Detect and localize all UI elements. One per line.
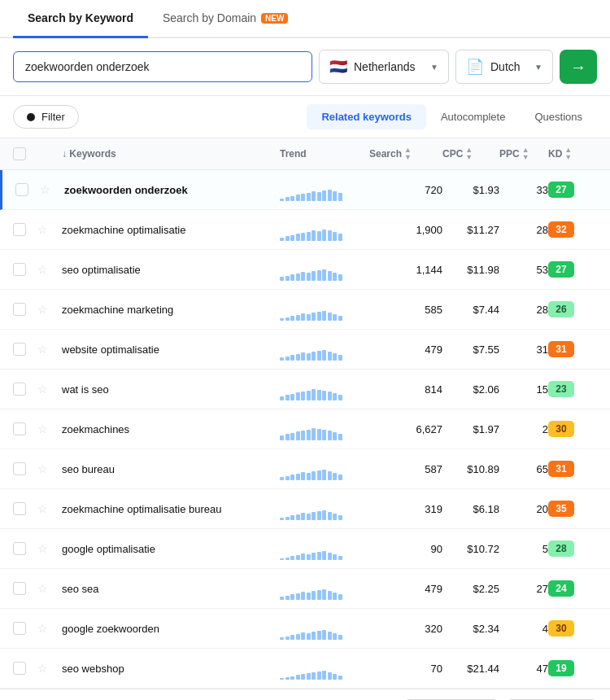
filter-button[interactable]: Filter (13, 105, 79, 129)
row-checkbox[interactable] (15, 183, 28, 196)
trend-chart (280, 657, 369, 680)
row-checkbox[interactable] (13, 263, 26, 276)
trend-bar (317, 672, 321, 680)
kd-badge: 26 (548, 301, 574, 317)
trend-chart (280, 338, 369, 361)
kd-cell: 24 (548, 580, 597, 597)
row-checkbox[interactable] (13, 462, 26, 475)
row-star-icon[interactable]: ☆ (37, 422, 48, 435)
trend-bar (322, 589, 326, 600)
trend-bar (328, 471, 332, 480)
row-star-cell: ☆ (37, 422, 62, 435)
row-star-icon[interactable]: ☆ (37, 502, 48, 515)
header-search[interactable]: Search ▲▼ (369, 147, 442, 161)
trend-bar (322, 671, 326, 680)
table-row: ☆ seo webshop 70 $21.44 47 19 (0, 649, 610, 689)
ppc-value: 28 (499, 304, 548, 316)
search-volume: 1,144 (369, 264, 442, 276)
row-star-icon[interactable]: ☆ (37, 662, 48, 675)
trend-bar (338, 594, 342, 600)
row-star-icon[interactable]: ☆ (37, 542, 48, 555)
row-checkbox[interactable] (13, 343, 26, 356)
trend-bar (317, 470, 321, 480)
row-checkbox[interactable] (13, 223, 26, 236)
keyword-input[interactable] (13, 51, 312, 82)
cpc-value: $2.06 (442, 383, 499, 396)
trend-bar (338, 395, 342, 400)
trend-bar (312, 191, 316, 201)
search-volume: 814 (369, 383, 442, 396)
row-checkbox[interactable] (13, 422, 26, 435)
row-checkbox[interactable] (13, 502, 26, 515)
language-select[interactable]: 📄 Dutch ▼ (455, 50, 553, 84)
tab-questions[interactable]: Questions (520, 104, 597, 129)
row-star-icon[interactable]: ☆ (37, 622, 48, 635)
table-body: ☆ zoekwoorden onderzoek 720 $1.93 33 27 … (0, 170, 610, 689)
kd-cell: 31 (548, 461, 597, 477)
trend-bar (301, 352, 305, 361)
search-volume: 90 (369, 543, 442, 555)
trend-bar (301, 233, 305, 241)
tab-related-keywords[interactable]: Related keywords (307, 104, 426, 129)
trend-bar (312, 271, 316, 281)
header-checkbox-col (13, 147, 37, 160)
trend-bar (333, 273, 337, 281)
tab-search-keyword[interactable]: Search by Keyword (13, 0, 148, 38)
trend-bar (285, 317, 290, 321)
header-keywords[interactable]: ↓ Keywords (62, 148, 280, 160)
row-star-icon[interactable]: ☆ (37, 263, 48, 276)
header-ppc[interactable]: PPC ▲▼ (499, 147, 548, 161)
table-row: ☆ seo optimalisatie 1,144 $11.98 53 27 (0, 250, 610, 290)
trend-bar (290, 594, 294, 600)
trend-bar (307, 473, 311, 480)
tab-search-domain[interactable]: Search by Domain NEW (148, 0, 303, 38)
trend-bar (338, 515, 342, 520)
trend-bar (290, 556, 294, 560)
tab-autocomplete[interactable]: Autocomplete (426, 104, 521, 129)
row-star-icon[interactable]: ☆ (37, 383, 48, 396)
search-bar: 🇳🇱 Netherlands ▼ 📄 Dutch ▼ → (0, 38, 610, 96)
trend-chart (280, 258, 369, 281)
table-row: ☆ zoekmachines 6,627 $1.97 2 30 (0, 409, 610, 449)
header-ppc-label: PPC (499, 148, 520, 160)
trend-bar (301, 513, 305, 520)
row-star-icon[interactable]: ☆ (40, 183, 50, 196)
country-select[interactable]: 🇳🇱 Netherlands ▼ (319, 50, 449, 84)
trend-bar (296, 593, 300, 600)
trend-chart (280, 418, 369, 440)
row-checkbox[interactable] (13, 622, 26, 635)
trend-bar (307, 430, 311, 440)
table-row: ☆ google zoekwoorden 320 $2.34 4 30 (0, 609, 610, 649)
header-kd-label: KD (548, 148, 562, 160)
row-star-icon[interactable]: ☆ (37, 343, 48, 356)
kd-badge: 24 (548, 580, 574, 597)
row-checkbox[interactable] (13, 383, 26, 396)
keyword-name: seo webshop (62, 663, 280, 675)
select-all-checkbox[interactable] (13, 147, 26, 160)
row-star-icon[interactable]: ☆ (37, 223, 48, 236)
header-keywords-label: ↓ Keywords (62, 148, 116, 160)
trend-bar (338, 355, 342, 361)
trend-bar (333, 674, 337, 680)
trend-bar (285, 276, 290, 281)
row-star-icon[interactable]: ☆ (37, 582, 48, 595)
row-star-icon[interactable]: ☆ (37, 303, 48, 316)
row-checkbox[interactable] (13, 582, 26, 595)
search-button[interactable]: → (560, 50, 597, 84)
sort-arrows-cpc: ▲▼ (465, 147, 473, 161)
row-checkbox[interactable] (13, 303, 26, 316)
kd-badge: 28 (548, 540, 574, 557)
header-cpc[interactable]: CPC ▲▼ (442, 147, 499, 161)
cpc-value: $11.27 (442, 224, 499, 236)
row-checkbox[interactable] (13, 542, 26, 555)
trend-bar (296, 634, 300, 640)
trend-bar (322, 269, 326, 281)
kd-cell: 23 (548, 381, 597, 397)
header-kd[interactable]: KD ▲▼ (548, 147, 597, 161)
row-checkbox[interactable] (13, 662, 26, 675)
table-row: ☆ zoekmachine marketing 585 $7.44 28 26 (0, 290, 610, 330)
trend-chart (280, 457, 369, 480)
trend-bar (328, 512, 332, 520)
trend-bar (338, 193, 342, 201)
row-star-icon[interactable]: ☆ (37, 462, 48, 475)
